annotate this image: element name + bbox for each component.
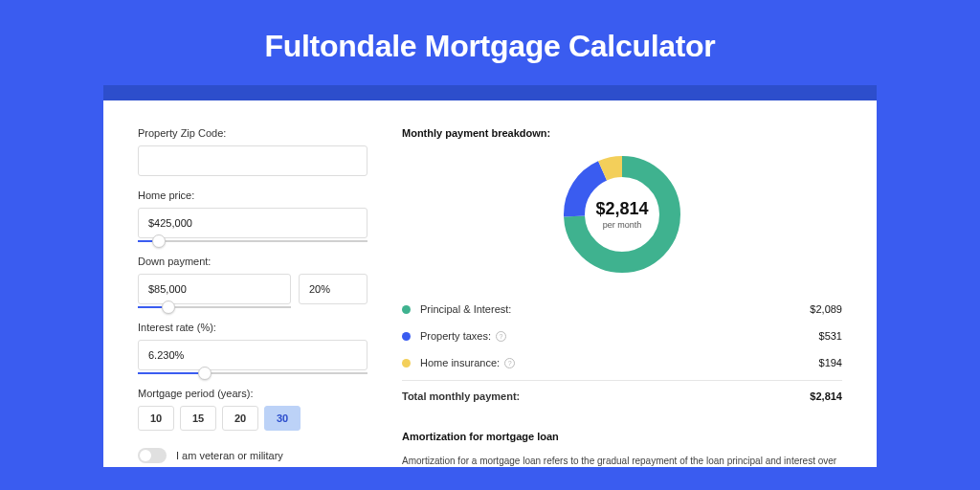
calculator-card: Property Zip Code: Home price: Down paym… <box>103 100 877 467</box>
home-price-label: Home price: <box>138 189 368 201</box>
legend-dot-taxes <box>402 332 411 341</box>
period-label: Mortgage period (years): <box>138 388 368 399</box>
legend-row-total: Total monthly payment: $2,814 <box>402 380 842 410</box>
home-price-field: Home price: <box>138 189 368 242</box>
legend-value-taxes: $531 <box>819 330 842 342</box>
breakdown-column: Monthly payment breakdown: $2,814 per mo… <box>402 127 842 467</box>
info-icon[interactable]: ? <box>496 331 506 342</box>
amortization-text: Amortization for a mortgage loan refers … <box>402 454 842 467</box>
breakdown-title: Monthly payment breakdown: <box>402 127 842 139</box>
zip-label: Property Zip Code: <box>138 127 368 139</box>
legend-row-insurance: Home insurance: ? $194 <box>402 349 842 376</box>
period-btn-20[interactable]: 20 <box>222 406 258 431</box>
period-btn-10[interactable]: 10 <box>138 406 174 431</box>
down-payment-field: Down payment: <box>138 256 368 308</box>
amortization-section: Amortization for mortgage loan Amortizat… <box>402 431 842 467</box>
donut-sub: per month <box>603 220 642 230</box>
down-payment-label: Down payment: <box>138 256 368 267</box>
legend-label-principal: Principal & Interest: <box>420 303 511 315</box>
page-title: Fultondale Mortgage Calculator <box>0 0 980 85</box>
legend-row-taxes: Property taxes: ? $531 <box>402 323 842 349</box>
home-price-slider[interactable] <box>138 240 368 242</box>
veteran-toggle-knob <box>140 450 151 461</box>
interest-input[interactable] <box>138 340 368 370</box>
legend-dot-insurance <box>402 359 411 368</box>
legend-row-principal: Principal & Interest: $2,089 <box>402 296 842 323</box>
donut-center: $2,814 per month <box>560 152 684 277</box>
legend-label-total: Total monthly payment: <box>402 390 520 402</box>
interest-label: Interest rate (%): <box>138 322 368 333</box>
legend-label-insurance: Home insurance: <box>420 357 500 368</box>
veteran-row: I am veteran or military <box>138 448 368 463</box>
interest-slider-fill <box>138 372 205 374</box>
zip-field: Property Zip Code: <box>138 127 368 176</box>
period-field: Mortgage period (years): 10 15 20 30 <box>138 388 368 431</box>
input-column: Property Zip Code: Home price: Down paym… <box>138 127 368 467</box>
down-payment-slider[interactable] <box>138 306 291 308</box>
legend-value-insurance: $194 <box>819 357 842 368</box>
down-payment-pct-input[interactable] <box>299 274 368 304</box>
veteran-toggle[interactable] <box>138 448 167 463</box>
donut-chart: $2,814 per month <box>560 152 684 277</box>
home-price-slider-thumb[interactable] <box>152 234 166 248</box>
legend-dot-principal <box>402 305 411 314</box>
down-payment-slider-thumb[interactable] <box>162 301 175 314</box>
amortization-title: Amortization for mortgage loan <box>402 431 842 442</box>
legend-value-total: $2,814 <box>810 390 842 402</box>
zip-input[interactable] <box>138 145 368 176</box>
period-btn-15[interactable]: 15 <box>180 406 216 431</box>
info-icon[interactable]: ? <box>504 358 515 368</box>
interest-slider-thumb[interactable] <box>198 367 212 380</box>
interest-slider[interactable] <box>138 372 368 374</box>
header-band <box>103 85 877 100</box>
donut-amount: $2,814 <box>595 199 648 219</box>
period-options: 10 15 20 30 <box>138 406 368 431</box>
legend-value-principal: $2,089 <box>810 303 842 315</box>
down-payment-input[interactable] <box>138 274 291 304</box>
interest-field: Interest rate (%): <box>138 322 368 374</box>
veteran-label: I am veteran or military <box>176 450 283 461</box>
period-btn-30[interactable]: 30 <box>264 406 301 431</box>
legend-label-taxes: Property taxes: <box>420 330 491 342</box>
home-price-input[interactable] <box>138 208 368 238</box>
donut-chart-wrap: $2,814 per month <box>402 152 842 277</box>
